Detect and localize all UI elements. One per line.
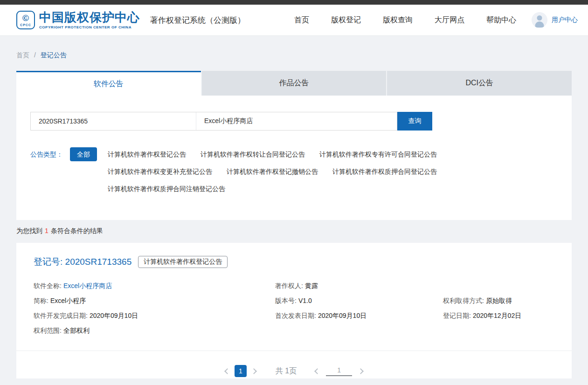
- search-filter-body: 查询 公告类型： 全部 计算机软件著作权登记公告 计算机软件著作权转让合同登记公…: [16, 96, 572, 220]
- tab-work-announcement[interactable]: 作品公告: [202, 71, 387, 96]
- logo-text: 中国版权保护中心 COPYRIGHT PROTECTION CENTER OF …: [39, 11, 140, 29]
- filter-option-registration[interactable]: 计算机软件著作权登记公告: [108, 147, 186, 161]
- announcement-panel: 软件公告 作品公告 DCI公告 查询 公告类型： 全部 计算机软件著作权登记公告…: [16, 71, 572, 220]
- logo-title-cn: 中国版权保护中心: [39, 11, 140, 23]
- breadcrumb: 首页 / 登记公告: [16, 36, 572, 71]
- software-name-input[interactable]: [196, 112, 397, 130]
- cpcc-logo[interactable]: © CPCC 中国版权保护中心 COPYRIGHT PROTECTION CEN…: [16, 11, 140, 29]
- result-header: 登记号: 2020SR1713365 计算机软件著作权登记公告: [16, 256, 572, 268]
- cpcc-caption: CPCC: [20, 23, 31, 27]
- field-dev-complete-date: 软件开发完成日期:2020年09月10日: [34, 311, 275, 320]
- user-avatar-icon: [532, 12, 547, 28]
- result-card: 登记号: 2020SR1713365 计算机软件著作权登记公告 软件全称:Exc…: [16, 243, 572, 378]
- tab-software-announcement[interactable]: 软件公告: [16, 71, 201, 96]
- breadcrumb-home[interactable]: 首页: [16, 51, 29, 59]
- announcement-type-badge: 计算机软件著作权登记公告: [138, 256, 228, 268]
- filter-option-pledge-contract[interactable]: 计算机软件著作权质押合同登记公告: [332, 165, 437, 179]
- field-right-scope: 权利范围:全部权利: [34, 326, 275, 335]
- result-count: 1: [45, 227, 48, 234]
- filter-options: 计算机软件著作权登记公告 计算机软件著作权转让合同登记公告 计算机软件著作权专有…: [108, 147, 558, 196]
- user-center-button[interactable]: 用户中心: [532, 12, 578, 28]
- result-fields: 软件全称:Excel小程序商店 著作权人:黄露 简称:Excel小程序 版本号:…: [16, 268, 572, 335]
- filter-option-pledge-cancellation[interactable]: 计算机软件著作权质押合同注销登记公告: [108, 182, 225, 196]
- breadcrumb-separator: /: [34, 51, 36, 59]
- copyright-symbol: ©: [22, 14, 29, 22]
- result-summary-prefix: 为您找到: [16, 227, 42, 234]
- nav-item-help-center[interactable]: 帮助中心: [486, 15, 516, 25]
- filter-option-revocation[interactable]: 计算机软件著作权登记撤销公告: [227, 165, 318, 179]
- user-center-label: 用户中心: [552, 16, 578, 24]
- nav-item-home[interactable]: 首页: [294, 15, 309, 25]
- filter-option-transfer-contract[interactable]: 计算机软件著作权转让合同登记公告: [201, 147, 305, 161]
- filter-all-chip[interactable]: 全部: [70, 147, 97, 161]
- announcement-tabs: 软件公告 作品公告 DCI公告: [16, 71, 572, 96]
- filter-option-change-supplement[interactable]: 计算机软件著作权变更补充登记公告: [108, 165, 212, 179]
- pagination: 1 共 1页: [16, 351, 572, 385]
- search-box: [30, 112, 397, 131]
- page-jump-input[interactable]: [326, 366, 352, 376]
- field-copyright-owner: 著作权人:黄露: [275, 281, 443, 290]
- result-summary: 为您找到1条符合条件的结果: [16, 220, 572, 243]
- result-summary-suffix: 条符合条件的结果: [51, 227, 103, 234]
- copyright-logo-icon: © CPCC: [16, 11, 35, 29]
- field-right-acquisition: 权利取得方式:原始取得: [443, 296, 554, 305]
- site-header: © CPCC 中国版权保护中心 COPYRIGHT PROTECTION CEN…: [0, 5, 588, 36]
- jump-prev-button[interactable]: [314, 368, 320, 374]
- system-title: 著作权登记系统（公测版）: [150, 15, 245, 26]
- software-name-link[interactable]: Excel小程序商店: [63, 282, 112, 289]
- search-row: 查询: [30, 112, 558, 131]
- field-version: 版本号:V1.0: [275, 296, 443, 305]
- filter-section: 公告类型： 全部 计算机软件著作权登记公告 计算机软件著作权转让合同登记公告 计…: [30, 147, 558, 196]
- prev-page-button[interactable]: [224, 368, 230, 374]
- current-page-button[interactable]: 1: [235, 365, 247, 377]
- field-software-full-name: 软件全称:Excel小程序商店: [34, 281, 275, 290]
- filter-option-exclusive-license[interactable]: 计算机软件著作权专有许可合同登记公告: [319, 147, 437, 161]
- field-registration-date: 登记日期:2020年12月02日: [443, 311, 554, 320]
- next-page-button[interactable]: [251, 368, 257, 374]
- main-nav: 首页 版权登记 版权查询 大厅网点 帮助中心: [294, 15, 516, 25]
- total-pages-label: 共 1页: [276, 366, 297, 376]
- filter-type-label: 公告类型：: [30, 147, 70, 161]
- field-first-publish-date: 首次发表日期:2020年09月10日: [275, 311, 443, 320]
- breadcrumb-current: 登记公告: [41, 51, 67, 59]
- nav-item-copyright-register[interactable]: 版权登记: [331, 15, 361, 25]
- nav-item-hall-locations[interactable]: 大厅网点: [435, 15, 464, 25]
- nav-item-copyright-query[interactable]: 版权查询: [383, 15, 413, 25]
- jump-next-button[interactable]: [358, 368, 364, 374]
- tab-dci-announcement[interactable]: DCI公告: [387, 71, 572, 96]
- search-button[interactable]: 查询: [397, 112, 432, 131]
- registration-number-title[interactable]: 登记号: 2020SR1713365: [34, 256, 131, 268]
- registration-no-input[interactable]: [31, 112, 196, 130]
- field-short-name: 简称:Excel小程序: [34, 296, 275, 305]
- logo-title-en: COPYRIGHT PROTECTION CENTER OF CHINA: [39, 25, 140, 29]
- top-dark-strip: [0, 0, 588, 5]
